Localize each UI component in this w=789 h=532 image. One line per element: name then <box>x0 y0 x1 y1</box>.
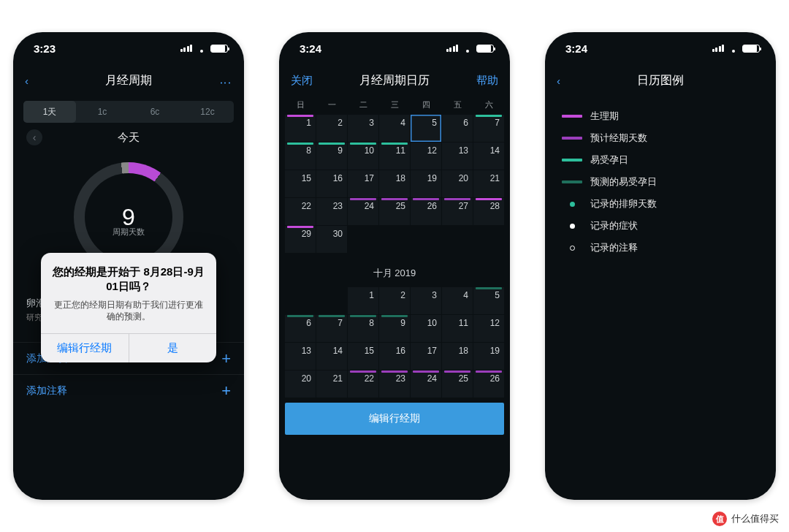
calendar-month-1[interactable]: 1234567891011121314151617181920212223242… <box>279 115 510 254</box>
calendar-day[interactable]: 10 <box>411 315 441 342</box>
battery-icon <box>210 45 228 53</box>
calendar-day[interactable]: 10 <box>348 142 378 170</box>
legend-label: 预测的易受孕日 <box>590 175 657 189</box>
calendar-day[interactable]: 18 <box>442 343 473 370</box>
legend-line-icon <box>561 137 583 140</box>
seg-1day[interactable]: 1天 <box>23 101 76 123</box>
calendar-day[interactable]: 19 <box>473 343 504 370</box>
calendar-day[interactable]: 23 <box>316 198 347 225</box>
weekday-header: 日一二三四五六 <box>279 96 510 115</box>
calendar-day[interactable]: 22 <box>285 198 316 225</box>
weekday-label: 六 <box>473 99 504 110</box>
calendar-day[interactable]: 23 <box>379 370 410 398</box>
calendar-day[interactable]: 30 <box>316 226 347 253</box>
calendar-day[interactable]: 5 <box>411 115 441 142</box>
status-time: 3:24 <box>300 42 321 55</box>
seg-12c[interactable]: 12c <box>181 101 234 123</box>
battery-icon <box>742 45 760 53</box>
signal-icon <box>446 45 459 52</box>
more-menu-icon[interactable]: ⋮ <box>203 77 232 84</box>
calendar-day[interactable]: 24 <box>348 198 378 225</box>
calendar-day[interactable]: 29 <box>285 226 316 253</box>
watermark-text: 什么值得买 <box>731 512 779 525</box>
calendar-day[interactable]: 6 <box>285 315 316 342</box>
period-bar <box>381 370 408 373</box>
calendar-day[interactable]: 17 <box>411 343 441 370</box>
status-time: 3:24 <box>565 42 587 55</box>
period-bar <box>319 142 345 145</box>
prev-day-button[interactable]: ‹ <box>26 129 42 145</box>
legend-line-icon <box>561 180 583 183</box>
calendar-day[interactable]: 18 <box>379 170 410 197</box>
help-button[interactable]: 帮助 <box>469 74 498 88</box>
period-bar <box>413 370 439 373</box>
weekday-label: 二 <box>348 99 378 110</box>
calendar-day[interactable]: 16 <box>316 170 347 197</box>
close-button[interactable]: 关闭 <box>291 74 320 88</box>
seg-1c[interactable]: 1c <box>76 101 129 123</box>
calendar-day[interactable]: 19 <box>411 170 441 197</box>
calendar-day[interactable]: 8 <box>285 142 316 170</box>
calendar-day[interactable]: 22 <box>348 370 378 398</box>
calendar-day[interactable]: 28 <box>473 198 504 225</box>
calendar-day[interactable]: 15 <box>348 343 378 370</box>
calendar-day[interactable]: 1 <box>285 115 316 142</box>
calendar-day[interactable]: 17 <box>348 170 378 197</box>
period-bar <box>350 198 376 200</box>
calendar-day[interactable]: 14 <box>473 142 504 170</box>
calendar-day[interactable]: 4 <box>442 287 473 314</box>
calendar-day[interactable]: 21 <box>473 170 504 197</box>
period-bar <box>350 315 376 317</box>
calendar-day[interactable]: 9 <box>316 142 347 170</box>
calendar-day[interactable]: 3 <box>348 115 378 142</box>
calendar-day[interactable]: 15 <box>285 170 316 197</box>
period-bar <box>381 142 408 145</box>
range-segmented-control[interactable]: 1天 1c 6c 12c <box>23 101 234 123</box>
calendar-day[interactable]: 1 <box>348 287 378 314</box>
calendar-day[interactable]: 7 <box>473 115 504 142</box>
calendar-day[interactable]: 5 <box>473 287 504 314</box>
period-bar <box>476 115 502 117</box>
calendar-day[interactable]: 20 <box>285 370 316 398</box>
legend-label: 易受孕日 <box>590 153 628 167</box>
phone-legend: 3:24 ‹ 日历图例 生理期预计经期天数易受孕日预测的易受孕日记录的排卵天数记… <box>545 32 776 500</box>
back-button[interactable]: ‹ <box>557 75 586 86</box>
phone-calendar: 3:24 关闭 月经周期日历 帮助 日一二三四五六 12345678910111… <box>279 32 510 500</box>
calendar-day[interactable]: 12 <box>473 315 504 342</box>
popup-yes-button[interactable]: 是 <box>129 334 217 362</box>
calendar-day[interactable]: 20 <box>442 170 473 197</box>
calendar-day[interactable]: 14 <box>316 343 347 370</box>
back-button[interactable]: ‹ <box>25 75 54 86</box>
calendar-day[interactable]: 11 <box>379 142 410 170</box>
edit-period-button[interactable]: 编辑行经期 <box>285 403 504 435</box>
period-bar <box>350 370 376 373</box>
calendar-day[interactable]: 27 <box>442 198 473 225</box>
legend-label: 预计经期天数 <box>590 132 647 145</box>
add-note-row[interactable]: 添加注释 + <box>13 374 244 406</box>
calendar-day[interactable]: 8 <box>348 315 378 342</box>
calendar-day[interactable]: 13 <box>442 142 473 170</box>
calendar-day[interactable]: 2 <box>316 115 347 142</box>
calendar-day[interactable]: 26 <box>411 198 441 225</box>
calendar-day[interactable]: 4 <box>379 115 410 142</box>
calendar-day[interactable]: 26 <box>473 370 504 398</box>
calendar-day[interactable]: 3 <box>411 287 441 314</box>
calendar-day[interactable]: 2 <box>379 287 410 314</box>
calendar-day[interactable]: 24 <box>411 370 441 398</box>
calendar-day[interactable]: 11 <box>442 315 473 342</box>
calendar-day[interactable]: 9 <box>379 315 410 342</box>
calendar-day[interactable]: 25 <box>379 198 410 225</box>
calendar-day[interactable]: 21 <box>316 370 347 398</box>
popup-edit-button[interactable]: 编辑行经期 <box>41 334 129 362</box>
add-note-label: 添加注释 <box>26 384 67 398</box>
calendar-day[interactable]: 16 <box>379 343 410 370</box>
calendar-month-2[interactable]: 1234567891011121314151617181920212223242… <box>279 287 510 398</box>
seg-6c[interactable]: 6c <box>129 101 181 123</box>
legend-row: 易受孕日 <box>561 149 760 171</box>
calendar-day[interactable]: 25 <box>442 370 473 398</box>
calendar-day[interactable]: 12 <box>411 142 441 170</box>
calendar-day[interactable]: 6 <box>442 115 473 142</box>
calendar-day[interactable]: 13 <box>285 343 316 370</box>
calendar-day[interactable]: 7 <box>316 315 347 342</box>
today-label: 今天 <box>42 131 215 145</box>
